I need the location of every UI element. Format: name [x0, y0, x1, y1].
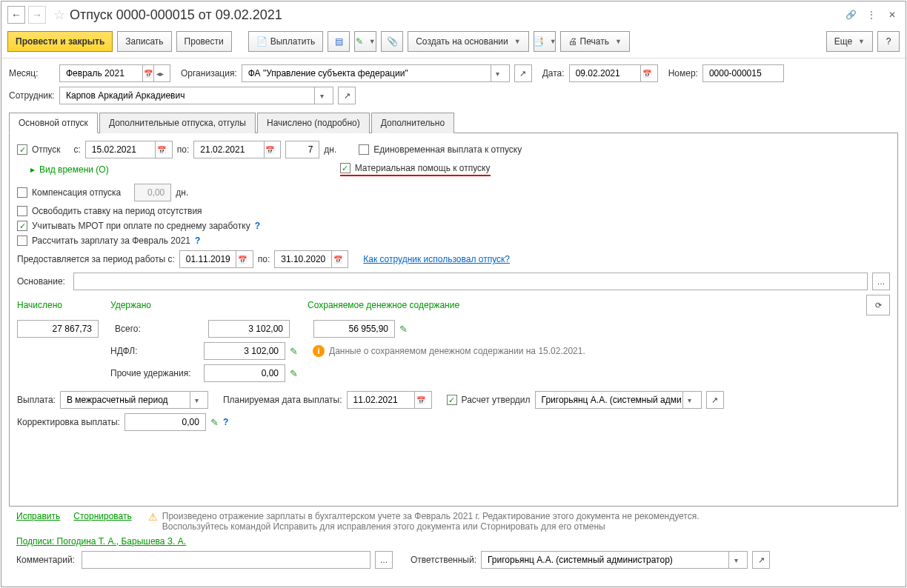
comment-more-button[interactable]: …	[375, 551, 393, 569]
basis-more-button[interactable]: …	[872, 273, 890, 290]
compensation-label: Компенсация отпуска	[32, 187, 121, 198]
open-org-button[interactable]: ↗	[514, 64, 532, 82]
month-label: Месяц:	[9, 68, 55, 78]
attach-icon-button[interactable]: 📎	[381, 31, 403, 52]
form-icon-button[interactable]: ▤	[328, 31, 350, 52]
correction-help-icon[interactable]: ?	[223, 417, 228, 427]
fix-link[interactable]: Исправить	[16, 511, 60, 521]
help-button[interactable]: ?	[877, 31, 900, 52]
mrot-checkbox[interactable]: ✓	[17, 221, 27, 231]
comment-field[interactable]	[82, 551, 371, 569]
other-withheld-label: Прочие удержания:	[110, 368, 199, 378]
open-approved-button[interactable]: ↗	[706, 391, 724, 409]
org-field[interactable]: ▾	[242, 64, 510, 82]
favorite-star-icon[interactable]: ☆	[53, 7, 65, 23]
warning-icon: ⚠	[148, 511, 158, 523]
nav-back-button[interactable]: ←	[7, 6, 25, 24]
spinner-icon[interactable]: ◂▸	[153, 65, 165, 81]
period-to-field[interactable]: 📅	[274, 250, 348, 268]
post-button[interactable]: Провести	[176, 31, 232, 52]
edit-other-icon[interactable]: ✎	[290, 368, 298, 379]
dropdown-icon[interactable]: ▾	[728, 552, 742, 568]
link-icon[interactable]: 🔗	[843, 7, 858, 22]
calc-salary-checkbox[interactable]	[17, 235, 27, 246]
approved-label: Расчет утвердил	[462, 395, 531, 405]
release-rate-checkbox[interactable]	[17, 206, 27, 216]
accrued-heading: Начислено	[17, 300, 106, 310]
calendar-icon[interactable]: 📅	[414, 392, 427, 408]
open-employee-button[interactable]: ↗	[338, 87, 356, 104]
basis-field[interactable]	[73, 273, 868, 290]
tab-accrued-detail[interactable]: Начислено (подробно)	[257, 113, 370, 133]
calendar-icon[interactable]: 📅	[155, 141, 167, 158]
mathelp-checkbox[interactable]: ✓	[340, 163, 350, 173]
time-type-link[interactable]: Вид времени (О)	[39, 164, 109, 175]
edit-icon-button[interactable]: ✎▼	[354, 31, 376, 52]
other-withheld-field	[204, 364, 285, 382]
clip-icon: 📎	[387, 36, 398, 47]
edit-ndfl-icon[interactable]: ✎	[290, 346, 298, 357]
total-field	[208, 320, 290, 338]
period-from-field[interactable]: 📅	[179, 250, 253, 268]
post-and-close-button[interactable]: Провести и закрыть	[7, 31, 113, 52]
withheld-heading: Удержано	[110, 300, 303, 310]
lumpsum-checkbox[interactable]	[359, 144, 369, 155]
calendar-icon[interactable]: 📅	[331, 251, 343, 267]
kept-field	[313, 320, 395, 338]
signatures-link[interactable]: Подписи: Погодина Т. А., Барышева З. А.	[16, 536, 186, 547]
edit-correction-icon[interactable]: ✎	[210, 417, 219, 428]
info-icon: i	[313, 345, 325, 357]
info-text: Данные о сохраняемом денежном содержании…	[329, 346, 585, 356]
dropdown-icon[interactable]: ▾	[491, 65, 505, 81]
calendar-icon[interactable]: 📅	[236, 251, 247, 267]
tab-extra[interactable]: Дополнительно	[371, 113, 454, 133]
to-date-field[interactable]: 📅	[193, 141, 281, 158]
date-field[interactable]: 📅	[569, 64, 658, 82]
calendar-icon[interactable]: 📅	[264, 141, 276, 158]
mrot-help-icon[interactable]: ?	[255, 221, 260, 231]
mathelp-label: Материальная помощь к отпуску	[355, 163, 491, 173]
compensation-checkbox[interactable]	[17, 187, 27, 198]
calc-salary-help-icon[interactable]: ?	[195, 235, 200, 246]
comment-label: Комментарий:	[16, 555, 77, 565]
correction-field[interactable]	[124, 413, 206, 431]
calendar-icon[interactable]: 📅	[142, 65, 154, 81]
close-icon[interactable]: ✕	[885, 7, 900, 22]
calendar-icon[interactable]: 📅	[640, 65, 653, 81]
create-based-button[interactable]: Создать на основании▼	[408, 31, 528, 52]
print-button[interactable]: 🖨Печать▼	[560, 31, 630, 52]
approved-checkbox[interactable]: ✓	[447, 395, 457, 405]
more-button[interactable]: Еще▼	[826, 31, 873, 52]
tab-additional-vacations[interactable]: Дополнительные отпуска, отгулы	[99, 113, 256, 133]
expand-icon[interactable]: ▸	[30, 164, 35, 175]
employee-field[interactable]: ▾	[59, 87, 333, 104]
dropdown-icon[interactable]: ▾	[682, 392, 696, 408]
open-responsible-button[interactable]: ↗	[752, 551, 770, 569]
dropdown-icon[interactable]: ▾	[314, 87, 328, 104]
number-field[interactable]	[702, 64, 784, 82]
days-field[interactable]	[285, 141, 319, 158]
vacation-checkbox[interactable]: ✓	[17, 144, 27, 155]
transfer-icon-button[interactable]: 📑▼	[534, 31, 556, 52]
tab-main-vacation[interactable]: Основной отпуск	[9, 113, 98, 133]
employee-label: Сотрудник:	[9, 90, 55, 101]
release-rate-label: Освободить ставку на период отсутствия	[32, 206, 202, 216]
kebab-menu-icon[interactable]: ⋮	[864, 7, 879, 22]
correction-label: Корректировка выплаты:	[17, 417, 120, 427]
payout-field[interactable]: ▾	[60, 391, 208, 409]
approved-by-field[interactable]: ▾	[535, 391, 702, 409]
month-field[interactable]: 📅 ◂▸	[59, 64, 170, 82]
refresh-button[interactable]: ⟳	[866, 295, 890, 315]
planned-date-label: Планируемая дата выплаты:	[223, 395, 342, 405]
nav-forward-button[interactable]: →	[28, 6, 46, 24]
dropdown-icon[interactable]: ▾	[190, 392, 203, 408]
edit-kept-icon[interactable]: ✎	[399, 324, 408, 335]
storno-link[interactable]: Сторнировать	[73, 511, 131, 521]
responsible-field[interactable]: ▾	[481, 551, 748, 569]
from-date-field[interactable]: 📅	[85, 141, 173, 158]
lumpsum-label: Единовременная выплата к отпуску	[373, 144, 522, 155]
planned-date-field[interactable]: 📅	[347, 391, 432, 409]
write-button[interactable]: Записать	[117, 31, 171, 52]
pay-button[interactable]: 📄 Выплатить	[248, 31, 324, 52]
usage-link[interactable]: Как сотрудник использовал отпуск?	[363, 254, 510, 264]
